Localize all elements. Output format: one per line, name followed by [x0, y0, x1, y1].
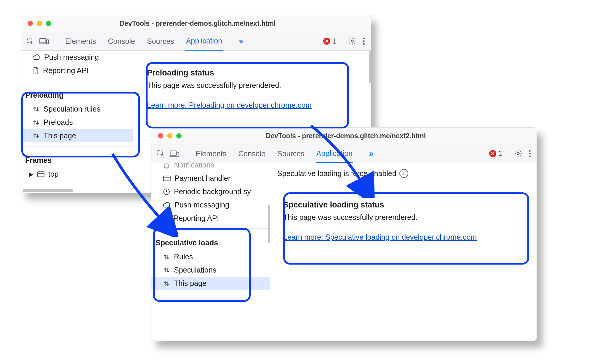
- sidebar-group-frames[interactable]: Frames: [21, 150, 133, 167]
- error-icon: ✕: [489, 150, 496, 157]
- sidebar-item-label: top: [48, 170, 59, 178]
- svg-point-16: [529, 153, 531, 154]
- inspect-icon[interactable]: [26, 37, 35, 45]
- zoom-dot[interactable]: [176, 133, 182, 138]
- minimize-dot[interactable]: [37, 21, 42, 26]
- svg-rect-18: [163, 176, 170, 181]
- sidebar-item-label: Push messaging: [44, 53, 99, 62]
- sidebar-item-rules[interactable]: Rules: [151, 250, 270, 263]
- cloud-icon: [163, 202, 171, 209]
- info-icon[interactable]: i: [399, 169, 408, 178]
- bell-icon: [163, 163, 170, 169]
- content-pane: Speculative loading is force-enabled i S…: [270, 163, 537, 341]
- svg-rect-3: [47, 40, 49, 44]
- device-icon[interactable]: [39, 37, 49, 45]
- frame-icon: [37, 171, 45, 178]
- svg-rect-8: [38, 172, 44, 177]
- tabbar: Elements Console Sources Application » ✕…: [21, 32, 371, 51]
- traffic-lights: [21, 21, 51, 26]
- titlebar: DevTools - prerender-demos.glitch.me/nex…: [21, 15, 371, 32]
- sidebar-item-push-messaging[interactable]: Push messaging: [21, 51, 133, 64]
- close-dot[interactable]: [28, 21, 33, 26]
- sidebar-item-this-page[interactable]: This page: [21, 129, 133, 142]
- separator: [184, 149, 184, 159]
- inspect-icon[interactable]: [157, 149, 165, 158]
- scrollbar-vertical[interactable]: [369, 51, 371, 83]
- expand-icon[interactable]: ▶: [29, 171, 33, 178]
- window-title: DevTools - prerender-demos.glitch.me/nex…: [182, 132, 510, 140]
- kebab-icon[interactable]: [528, 149, 531, 158]
- sidebar-item-label: Rules: [174, 252, 193, 261]
- gear-icon[interactable]: [514, 149, 522, 158]
- sidebar-item-label: Speculations: [174, 266, 216, 274]
- sidebar-group-speculative-loads[interactable]: Speculative loads: [151, 233, 270, 250]
- error-icon: ✕: [323, 38, 330, 45]
- svg-point-17: [529, 156, 531, 157]
- separator: [54, 36, 54, 46]
- notice: Speculative loading is force-enabled i: [277, 169, 529, 178]
- svg-point-15: [529, 150, 531, 152]
- status-heading: Speculative loading status: [283, 200, 524, 210]
- clock-icon: [163, 188, 170, 196]
- sidebar-item-label: Periodic background sy: [174, 187, 251, 196]
- sidebar-item-reporting-api[interactable]: Reporting API: [21, 64, 133, 77]
- error-badge[interactable]: ✕ 1: [323, 37, 336, 45]
- close-dot[interactable]: [158, 133, 163, 138]
- sidebar-item-speculation-rules[interactable]: Speculation rules: [21, 102, 133, 116]
- separator: [21, 81, 133, 81]
- zoom-dot[interactable]: [46, 21, 51, 26]
- sidebar-item-top[interactable]: ▶ top: [21, 167, 133, 181]
- titlebar: DevTools - prerender-demos.glitch.me/nex…: [151, 128, 537, 144]
- card-icon: [163, 175, 171, 182]
- device-icon[interactable]: [169, 149, 180, 158]
- tab-application[interactable]: Application: [316, 145, 353, 163]
- scrollbar-vertical[interactable]: [268, 204, 270, 243]
- svg-point-6: [363, 40, 365, 42]
- separator: [21, 146, 133, 146]
- sidebar-item-notifications[interactable]: Notifications: [151, 163, 270, 172]
- tab-sources[interactable]: Sources: [277, 145, 305, 162]
- sidebar-item-reporting-api[interactable]: Reporting API: [151, 212, 270, 225]
- sidebar-item-preloads[interactable]: Preloads: [21, 116, 133, 129]
- transfer-icon: [163, 253, 170, 261]
- sidebar-item-speculations[interactable]: Speculations: [151, 263, 270, 277]
- sidebar-group-preloading[interactable]: Preloading: [21, 85, 133, 102]
- transfer-icon: [32, 119, 40, 126]
- separator: [508, 149, 508, 159]
- window-title: DevTools - prerender-demos.glitch.me/nex…: [51, 20, 344, 28]
- tab-elements[interactable]: Elements: [65, 33, 97, 50]
- status-heading: Preloading status: [147, 68, 357, 78]
- learn-more-link[interactable]: Learn more: Speculative loading on devel…: [283, 233, 477, 241]
- gear-icon[interactable]: [348, 37, 356, 45]
- tab-application[interactable]: Application: [185, 32, 223, 51]
- more-tabs-icon[interactable]: »: [369, 149, 374, 158]
- sidebar-item-label: Preloads: [44, 118, 73, 127]
- document-icon: [163, 215, 170, 222]
- minimize-dot[interactable]: [167, 133, 172, 138]
- error-count: 1: [332, 37, 336, 45]
- scrollbar-horizontal[interactable]: [23, 189, 73, 192]
- kebab-icon[interactable]: [362, 37, 365, 45]
- cloud-icon: [32, 54, 41, 61]
- tab-elements[interactable]: Elements: [195, 145, 227, 162]
- svg-point-7: [363, 43, 365, 45]
- traffic-lights: [151, 133, 182, 138]
- separator: [342, 36, 342, 46]
- sidebar-item-this-page[interactable]: This page: [151, 277, 270, 290]
- status-body: This page was successfully prerendered.: [283, 213, 524, 222]
- separator: [317, 36, 317, 46]
- sidebar-item-label: Speculation rules: [44, 105, 100, 113]
- sidebar-item-payment-handler[interactable]: Payment handler: [151, 172, 270, 185]
- error-badge[interactable]: ✕ 1: [489, 150, 502, 158]
- transfer-icon: [32, 132, 40, 140]
- sidebar-item-periodic-bg-sync[interactable]: Periodic background sy: [151, 185, 270, 198]
- svg-point-14: [517, 152, 519, 154]
- tab-sources[interactable]: Sources: [146, 33, 175, 50]
- learn-more-link[interactable]: Learn more: Preloading on developer.chro…: [147, 101, 312, 109]
- transfer-icon: [163, 266, 170, 274]
- more-tabs-icon[interactable]: »: [239, 36, 244, 46]
- sidebar-item-label: This page: [44, 131, 76, 140]
- sidebar-item-push-messaging[interactable]: Push messaging: [151, 198, 270, 212]
- tab-console[interactable]: Console: [107, 33, 136, 50]
- tab-console[interactable]: Console: [238, 145, 266, 162]
